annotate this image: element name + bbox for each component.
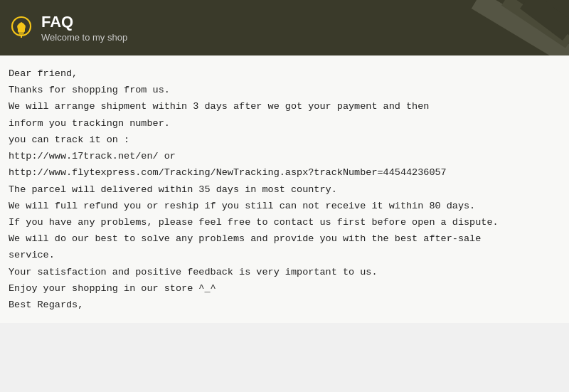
content-line: http://www.17track.net/en/ or [9,148,558,164]
content-line: Thanks for shopping from us. [9,82,558,98]
header: FAQ Welcome to my shop [0,0,569,55]
header-title: FAQ [41,13,127,31]
content-area: Dear friend,Thanks for shopping from us.… [0,55,569,323]
content-line: inform you trackingn number. [9,115,558,132]
content-line: Dear friend, [9,65,558,82]
header-decoration [413,0,569,55]
header-subtitle: Welcome to my shop [41,32,127,43]
lightbulb-icon [9,15,34,41]
content-line: If you have any problems, please feel fr… [9,214,558,231]
content-line: We will full refund you or reship if you… [9,198,558,214]
content-line: Best Regards, [9,297,558,313]
header-text-group: FAQ Welcome to my shop [41,13,127,42]
content-line: service. [9,247,558,263]
content-line: you can track it on : [9,132,558,148]
content-line: The parcel will delivered within 35 days… [9,181,558,198]
content-line: http://www.flytexpress.com/Tracking/NewT… [9,164,558,181]
content-line: We will do our best to solve any problem… [9,231,558,247]
content-line: We will arrange shipment within 3 days a… [9,98,558,115]
content-line: Enjoy your shopping in our store ^_^ [9,280,558,297]
content-line: Your satisfaction and positive feedback … [9,264,558,280]
